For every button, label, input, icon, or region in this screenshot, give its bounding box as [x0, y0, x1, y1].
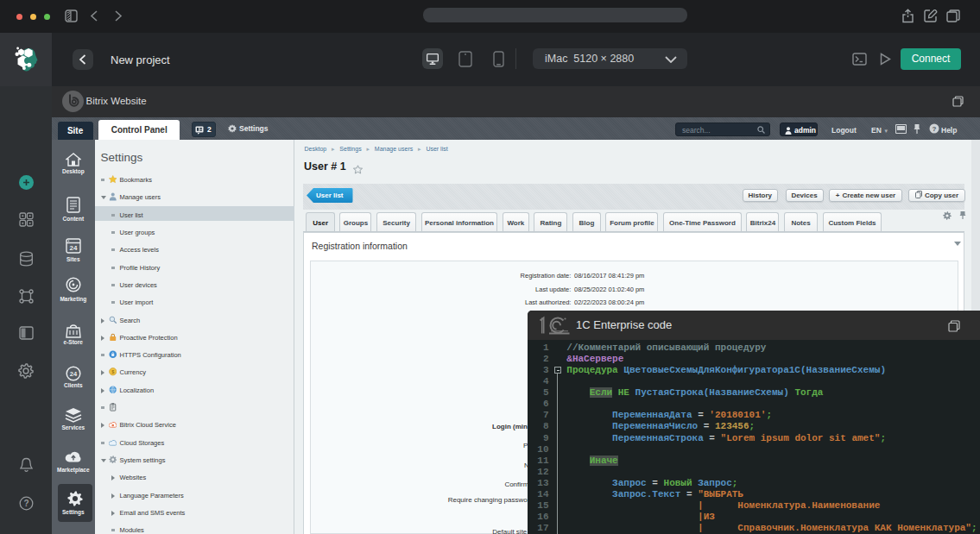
svg-text:?: ?: [23, 499, 28, 508]
svg-text:24: 24: [70, 370, 78, 378]
svg-text:?: ?: [933, 125, 937, 133]
svg-text:24: 24: [70, 244, 78, 252]
